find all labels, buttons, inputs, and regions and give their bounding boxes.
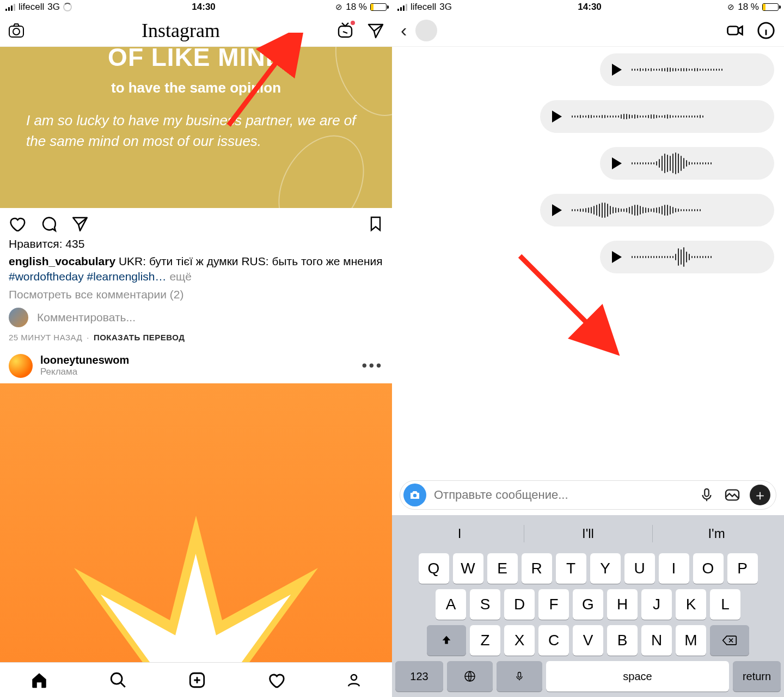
post-meta-row: 25 МИНУТ НАЗАД · ПОКАЗАТЬ ПЕРЕВОД [0, 332, 392, 351]
likes-count[interactable]: Нравится: 435 [0, 235, 392, 254]
promo-more-icon[interactable]: ••• [362, 357, 383, 374]
home-tab-icon[interactable] [30, 671, 48, 689]
key-y[interactable]: Y [590, 553, 621, 584]
key-q[interactable]: Q [419, 553, 449, 584]
shift-key[interactable] [427, 625, 466, 656]
dictation-key[interactable] [497, 661, 542, 692]
voice-message-2[interactable] [540, 100, 774, 133]
suggestion-3[interactable]: I'm [652, 519, 781, 548]
backspace-key[interactable] [710, 625, 749, 656]
message-thread[interactable] [392, 47, 784, 476]
gallery-icon[interactable] [724, 486, 741, 504]
key-row-2: ASDFGHJKL [395, 589, 781, 620]
numbers-key[interactable]: 123 [395, 661, 443, 692]
bookmark-icon[interactable] [367, 215, 384, 233]
key-x[interactable]: X [504, 625, 535, 656]
key-u[interactable]: U [624, 553, 655, 584]
key-i[interactable]: I [659, 553, 689, 584]
key-w[interactable]: W [453, 553, 483, 584]
microphone-icon[interactable] [699, 487, 715, 503]
create-tab-icon[interactable] [188, 671, 206, 689]
caption-text: UKR: бути тієї ж думки RUS: быть того же… [119, 255, 383, 267]
comment-placeholder[interactable]: Комментировать... [37, 311, 136, 324]
key-e[interactable]: E [487, 553, 518, 584]
key-c[interactable]: C [538, 625, 569, 656]
signal-icon [5, 3, 15, 11]
key-z[interactable]: Z [470, 625, 500, 656]
key-g[interactable]: G [573, 589, 603, 620]
play-icon[interactable] [612, 64, 622, 76]
play-icon[interactable] [612, 251, 622, 263]
space-key[interactable]: space [546, 661, 729, 692]
key-h[interactable]: H [607, 589, 638, 620]
key-k[interactable]: K [676, 589, 706, 620]
key-l[interactable]: L [710, 589, 740, 620]
caption-more[interactable]: ещё [169, 270, 192, 283]
promo-avatar[interactable] [9, 354, 33, 378]
key-n[interactable]: N [641, 625, 672, 656]
like-icon[interactable] [8, 215, 26, 233]
voice-message-1[interactable] [600, 53, 774, 86]
carrier-label: lifecell [19, 2, 44, 13]
post-caption[interactable]: english_vocabulary UKR: бути тієї ж думк… [0, 254, 392, 285]
svg-point-12 [413, 494, 416, 497]
share-icon[interactable] [71, 215, 89, 233]
key-p[interactable]: P [727, 553, 758, 584]
message-input[interactable] [434, 488, 691, 502]
info-icon[interactable] [757, 21, 775, 40]
post-example-text: I am so lucky to have my business partne… [22, 111, 370, 151]
globe-key[interactable] [447, 661, 493, 692]
contact-avatar[interactable] [415, 20, 437, 41]
key-t[interactable]: T [556, 553, 586, 584]
igtv-button[interactable] [336, 22, 354, 39]
post-image[interactable]: OF LIKE MIND to have the same opinion I … [0, 47, 392, 208]
key-o[interactable]: O [693, 553, 724, 584]
waveform-icon [632, 154, 762, 173]
video-call-icon[interactable] [725, 21, 745, 40]
more-options-button[interactable]: ＋ [750, 485, 770, 505]
key-r[interactable]: R [522, 553, 552, 584]
post-title-text: OF LIKE MIND [22, 47, 370, 72]
key-v[interactable]: V [573, 625, 603, 656]
caption-username[interactable]: english_vocabulary [9, 255, 115, 267]
suggestion-1[interactable]: I [395, 519, 524, 548]
post-action-bar [0, 208, 392, 235]
key-d[interactable]: D [504, 589, 535, 620]
orientation-lock-icon: ⊘ [727, 2, 734, 12]
voice-message-3[interactable] [600, 147, 774, 180]
profile-tab-icon[interactable] [346, 672, 362, 688]
key-m[interactable]: M [676, 625, 706, 656]
caption-hashtags[interactable]: #wordoftheday #learnenglish… [9, 270, 167, 283]
voice-message-5[interactable] [600, 241, 774, 273]
promo-username[interactable]: looneytuneswom [40, 354, 129, 366]
camera-button[interactable] [403, 484, 426, 506]
key-b[interactable]: B [607, 625, 638, 656]
waveform-icon [572, 200, 762, 220]
key-f[interactable]: F [538, 589, 569, 620]
status-bar: lifecell 3G 14:30 ⊘ 18 % [0, 0, 392, 14]
waveform-icon [632, 60, 762, 80]
comment-icon[interactable] [39, 215, 58, 233]
search-tab-icon[interactable] [109, 671, 127, 689]
key-j[interactable]: J [641, 589, 672, 620]
key-a[interactable]: A [436, 589, 466, 620]
voice-message-4[interactable] [540, 194, 774, 227]
microphone-icon [514, 670, 525, 683]
promo-image[interactable] [0, 383, 392, 662]
dm-header: ‹ [392, 14, 784, 47]
return-key[interactable]: return [733, 661, 781, 692]
comment-input-row[interactable]: Комментировать... [0, 304, 392, 332]
activity-tab-icon[interactable] [267, 671, 285, 689]
suggestion-2[interactable]: I'll [524, 519, 652, 548]
play-icon[interactable] [552, 111, 562, 123]
show-translation[interactable]: ПОКАЗАТЬ ПЕРЕВОД [94, 333, 185, 342]
play-icon[interactable] [552, 204, 562, 216]
direct-messages-icon[interactable] [367, 22, 384, 39]
play-icon[interactable] [612, 157, 622, 169]
igtv-notification-dot [351, 21, 355, 25]
view-all-comments[interactable]: Посмотреть все комментарии (2) [0, 285, 392, 304]
back-icon[interactable]: ‹ [401, 20, 407, 41]
camera-icon[interactable] [8, 22, 25, 39]
key-s[interactable]: S [470, 589, 500, 620]
key-row-4: 123 space return [395, 661, 781, 692]
